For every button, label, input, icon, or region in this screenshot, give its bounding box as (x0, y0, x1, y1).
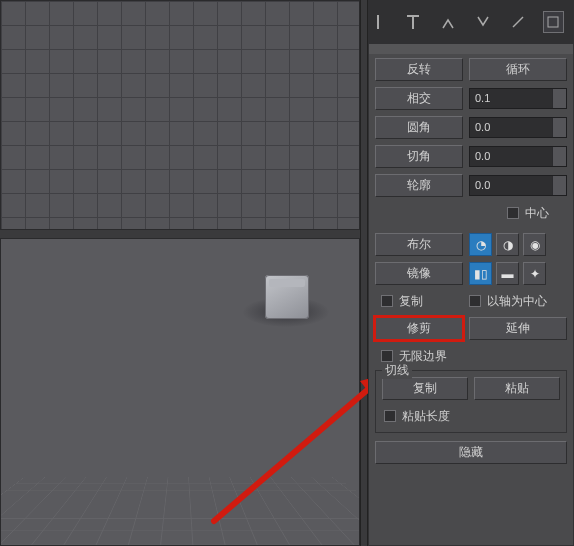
paste-length-label: 粘贴长度 (402, 408, 450, 425)
copy-label: 复制 (399, 293, 423, 310)
paste-tangent-button[interactable]: 粘贴 (474, 377, 560, 400)
viewport-perspective[interactable] (0, 238, 360, 546)
center-label: 中心 (525, 205, 549, 222)
boolean-subtract-icon[interactable]: ◑ (496, 233, 519, 256)
mirror-button[interactable]: 镜像 (375, 262, 463, 285)
panel-toolbar (368, 0, 574, 44)
fork-v-icon[interactable] (438, 11, 459, 33)
panel-splitter[interactable] (360, 0, 368, 546)
align-t-icon[interactable] (403, 11, 424, 33)
viewport-container (0, 0, 360, 546)
reverse-button[interactable]: 反转 (375, 58, 463, 81)
copy-checkbox[interactable]: 复制 (375, 291, 463, 311)
outline-spinner[interactable]: 0.0 (469, 175, 567, 196)
ground-grid (0, 477, 360, 546)
paste-length-checkbox[interactable]: 粘贴长度 (382, 406, 560, 426)
settings-box-icon[interactable] (543, 11, 564, 33)
about-axis-label: 以轴为中心 (487, 293, 547, 310)
panel-body: 反转 循环 相交 0.1 圆角 0.0 切角 0.0 轮廓 0.0 中心 布尔 … (368, 44, 574, 546)
rollup-stripe (369, 44, 573, 54)
boolean-button[interactable]: 布尔 (375, 233, 463, 256)
svg-rect-2 (377, 15, 379, 29)
center-checkbox[interactable]: 中心 (507, 203, 549, 223)
tangent-legend: 切线 (382, 362, 412, 379)
mirror-horiz-icon[interactable]: ▮▯ (469, 262, 492, 285)
viewport-top[interactable] (0, 0, 360, 230)
mirror-both-icon[interactable]: ✦ (523, 262, 546, 285)
boolean-intersect-icon[interactable]: ◉ (523, 233, 546, 256)
trim-button[interactable]: 修剪 (375, 317, 463, 340)
tangent-group: 切线 复制 粘贴 粘贴长度 (375, 370, 567, 433)
diag-icon[interactable] (508, 11, 529, 33)
boolean-union-icon[interactable]: ◔ (469, 233, 492, 256)
svg-rect-4 (412, 15, 414, 29)
scene-object-cube[interactable] (265, 275, 309, 319)
command-panel: 反转 循环 相交 0.1 圆角 0.0 切角 0.0 轮廓 0.0 中心 布尔 … (368, 0, 574, 546)
fillet-button[interactable]: 圆角 (375, 116, 463, 139)
chamfer-button[interactable]: 切角 (375, 145, 463, 168)
mirror-vert-icon[interactable]: ▬ (496, 262, 519, 285)
intersect-spinner[interactable]: 0.1 (469, 88, 567, 109)
svg-line-5 (513, 17, 523, 27)
align-i-icon[interactable] (368, 11, 389, 33)
chamfer-spinner[interactable]: 0.0 (469, 146, 567, 167)
extend-button[interactable]: 延伸 (469, 317, 567, 340)
about-axis-checkbox[interactable]: 以轴为中心 (469, 291, 547, 311)
hide-button[interactable]: 隐藏 (375, 441, 567, 464)
copy-tangent-button[interactable]: 复制 (382, 377, 468, 400)
viewport-divider[interactable] (0, 230, 360, 238)
fillet-spinner[interactable]: 0.0 (469, 117, 567, 138)
svg-rect-6 (548, 17, 558, 27)
loop-button[interactable]: 循环 (469, 58, 567, 81)
fork-down-icon[interactable] (473, 11, 494, 33)
outline-button[interactable]: 轮廓 (375, 174, 463, 197)
intersect-button[interactable]: 相交 (375, 87, 463, 110)
